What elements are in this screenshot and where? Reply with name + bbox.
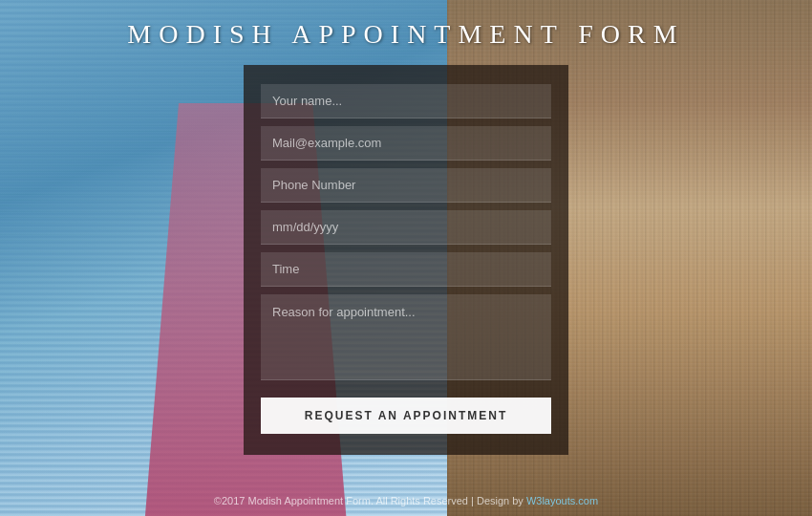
page-wrapper: MODISH APPOINTMENT FORM REQUEST AN APPOI… (0, 0, 812, 516)
page-title: MODISH APPOINTMENT FORM (127, 19, 684, 50)
footer: ©2017 Modish Appointment Form. All Right… (0, 495, 812, 506)
reason-textarea[interactable] (261, 294, 551, 380)
time-input[interactable] (261, 252, 551, 287)
footer-text: ©2017 Modish Appointment Form. All Right… (214, 495, 526, 506)
submit-button[interactable]: REQUEST AN APPOINTMENT (261, 398, 551, 434)
appointment-form: REQUEST AN APPOINTMENT (244, 65, 568, 455)
email-input[interactable] (261, 126, 551, 161)
date-input[interactable] (261, 210, 551, 245)
phone-input[interactable] (261, 168, 551, 203)
name-input[interactable] (261, 84, 551, 118)
footer-link[interactable]: W3layouts.com (526, 495, 598, 506)
